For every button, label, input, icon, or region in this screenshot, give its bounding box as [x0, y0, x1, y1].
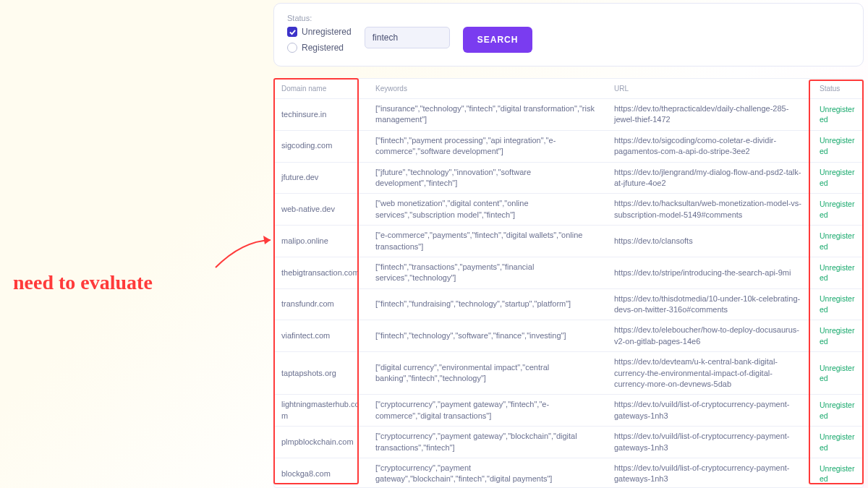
cell-status: Unregistered	[812, 427, 863, 458]
cell-status: Unregistered	[812, 458, 863, 488]
cell-keywords: ["cryptocurrency","payment gateway","blo…	[368, 427, 607, 458]
cell-domain: plmpblockchain.com	[274, 427, 368, 458]
svg-marker-0	[263, 236, 271, 244]
cell-status: Unregistered	[812, 395, 863, 427]
cell-url: https://dev.to/vuild/list-of-cryptocurre…	[607, 395, 812, 427]
table-row[interactable]: web-native.dev["web monetization","digit…	[274, 194, 863, 226]
checkbox-unregistered-label: Unregistered	[302, 27, 352, 37]
cell-url: https://dev.to/stripe/introducing-the-se…	[607, 257, 812, 288]
table-row[interactable]: thebigtransaction.com["fintech","transac…	[274, 257, 863, 288]
table-row[interactable]: blockga8.com["cryptocurrency","payment g…	[274, 458, 863, 488]
cell-url: https://dev.to/sigcoding/como-coletar-e-…	[607, 130, 812, 162]
cell-status: Unregistered	[812, 257, 863, 288]
cell-status: Unregistered	[812, 352, 863, 395]
annotation-arrow-icon	[210, 215, 282, 273]
cell-keywords: ["cryptocurrency","payment gateway","fin…	[368, 395, 607, 427]
cell-domain: thebigtransaction.com	[274, 257, 368, 288]
table-row[interactable]: sigcoding.com["fintech","payment process…	[274, 130, 863, 162]
cell-url: https://dev.to/vuild/list-of-cryptocurre…	[607, 427, 812, 458]
cell-status: Unregistered	[812, 288, 863, 320]
cell-keywords: ["digital currency","environmental impac…	[368, 352, 607, 395]
table-row[interactable]: viafintect.com["fintech","technology","s…	[274, 320, 863, 352]
table-row[interactable]: lightningmasterhub.com["cryptocurrency",…	[274, 395, 863, 427]
col-header-status[interactable]: Status	[812, 79, 863, 99]
cell-url: https://dev.to/jlengrand/my-dialog-flow-…	[607, 162, 812, 194]
table-row[interactable]: jfuture.dev["jfuture","technology","inno…	[274, 162, 863, 194]
checkbox-registered[interactable]: Registered	[287, 43, 352, 53]
cell-domain: taptapshots.org	[274, 352, 368, 395]
search-input[interactable]	[365, 27, 450, 48]
cell-status: Unregistered	[812, 99, 863, 131]
cell-url: https://dev.to/thepracticaldev/daily-cha…	[607, 99, 812, 131]
annotation-callout: need to evaluate	[13, 271, 153, 294]
cell-keywords: ["fintech","fundraising","technology","s…	[368, 288, 607, 320]
cell-url: https://dev.to/thisdotmedia/10-under-10k…	[607, 288, 812, 320]
cell-domain: lightningmasterhub.com	[274, 395, 368, 427]
cell-status: Unregistered	[812, 162, 863, 194]
cell-url: https://dev.to/hacksultan/web-monetizati…	[607, 194, 812, 226]
cell-keywords: ["fintech","payment processing","api int…	[368, 130, 607, 162]
cell-keywords: ["e-commerce","payments","fintech","digi…	[368, 226, 607, 257]
cell-keywords: ["cryptocurrency","payment gateway","blo…	[368, 458, 607, 488]
checkbox-registered-label: Registered	[302, 43, 344, 53]
cell-status: Unregistered	[812, 320, 863, 352]
cell-keywords: ["fintech","technology","software","fina…	[368, 320, 607, 352]
cell-domain: transfundr.com	[274, 288, 368, 320]
cell-domain: web-native.dev	[274, 194, 368, 226]
cell-keywords: ["jfuture","technology","innovation","so…	[368, 162, 607, 194]
results-table-wrap: Domain name Keywords URL Status techinsu…	[273, 78, 864, 488]
filter-panel: Status: Unregistered Registered SEARCH	[273, 3, 864, 67]
results-table: Domain name Keywords URL Status techinsu…	[274, 79, 863, 488]
search-button[interactable]: SEARCH	[463, 27, 533, 53]
cell-url: https://dev.to/clansofts	[607, 226, 812, 257]
cell-keywords: ["web monetization","digital content","o…	[368, 194, 607, 226]
cell-url: https://dev.to/vuild/list-of-cryptocurre…	[607, 458, 812, 488]
cell-domain: malipo.online	[274, 226, 368, 257]
cell-domain: sigcoding.com	[274, 130, 368, 162]
cell-keywords: ["fintech","transactions","payments","fi…	[368, 257, 607, 288]
cell-domain: blockga8.com	[274, 458, 368, 488]
cell-url: https://dev.to/devteam/u-k-central-bank-…	[607, 352, 812, 395]
cell-keywords: ["insurance","technology","fintech","dig…	[368, 99, 607, 131]
cell-domain: viafintect.com	[274, 320, 368, 352]
table-row[interactable]: plmpblockchain.com["cryptocurrency","pay…	[274, 427, 863, 458]
table-row[interactable]: transfundr.com["fintech","fundraising","…	[274, 288, 863, 320]
cell-url: https://dev.to/eleboucher/how-to-deploy-…	[607, 320, 812, 352]
cell-status: Unregistered	[812, 194, 863, 226]
table-row[interactable]: malipo.online["e-commerce","payments","f…	[274, 226, 863, 257]
checkbox-unregistered[interactable]: Unregistered	[287, 27, 352, 37]
checkbox-icon	[287, 43, 297, 53]
col-header-keywords[interactable]: Keywords	[368, 79, 607, 99]
cell-status: Unregistered	[812, 226, 863, 257]
cell-domain: jfuture.dev	[274, 162, 368, 194]
cell-status: Unregistered	[812, 130, 863, 162]
checkbox-icon	[287, 27, 297, 37]
table-row[interactable]: techinsure.in["insurance","technology","…	[274, 99, 863, 131]
col-header-domain[interactable]: Domain name	[274, 79, 368, 99]
col-header-url[interactable]: URL	[607, 79, 812, 99]
table-row[interactable]: taptapshots.org["digital currency","envi…	[274, 352, 863, 395]
status-label: Status:	[287, 14, 850, 22]
cell-domain: techinsure.in	[274, 99, 368, 131]
